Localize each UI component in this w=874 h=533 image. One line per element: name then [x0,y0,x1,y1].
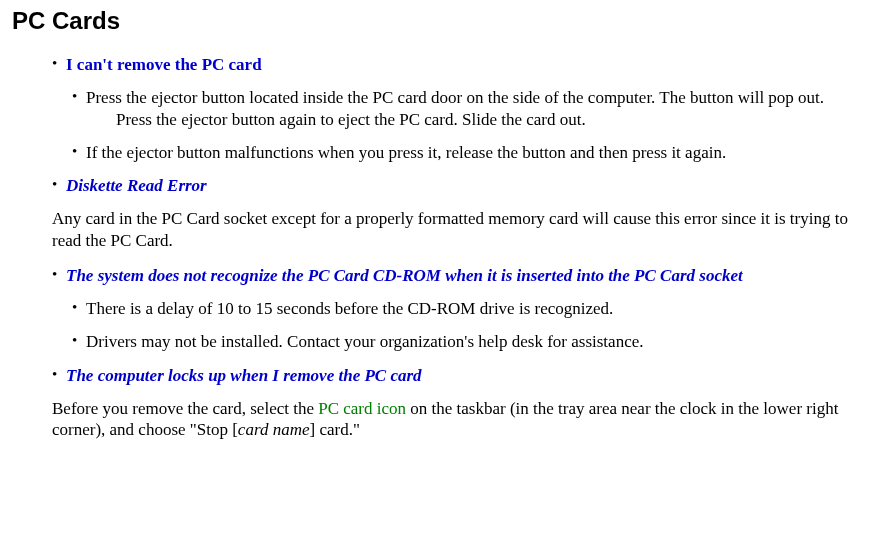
topic-row: • I can't remove the PC card [52,54,862,75]
sub-row: • Press the ejector button located insid… [72,87,862,130]
bullet-icon: • [52,175,66,195]
pc-card-icon-link[interactable]: PC card icon [318,399,406,418]
sub-text: Drivers may not be installed. Contact yo… [86,331,862,352]
topic-heading: I can't remove the PC card [66,54,862,75]
sub-text: Press the ejector button located inside … [86,87,862,130]
bullet-icon: • [72,298,86,318]
sub-row: • If the ejector button malfunctions whe… [72,142,862,163]
bullet-icon: • [52,365,66,385]
page-title: PC Cards [12,6,862,36]
topic-row: • The system does not recognize the PC C… [52,265,862,286]
topic-row: • Diskette Read Error [52,175,862,196]
text-segment: ] card." [309,420,359,439]
topic-heading: Diskette Read Error [66,175,862,196]
bullet-icon: • [72,142,86,162]
bullet-icon: • [52,54,66,74]
bullet-icon: • [52,265,66,285]
bullet-icon: • [72,87,86,107]
bullet-icon: • [72,331,86,351]
text-segment: Before you remove the card, select the [52,399,318,418]
sub-text: There is a delay of 10 to 15 seconds bef… [86,298,862,319]
sub-text: If the ejector button malfunctions when … [86,142,862,163]
topic-heading: The system does not recognize the PC Car… [66,265,862,286]
topic-row: • The computer locks up when I remove th… [52,365,862,386]
body-paragraph: Any card in the PC Card socket except fo… [52,208,862,251]
topic-heading: The computer locks up when I remove the … [66,365,862,386]
body-paragraph: Before you remove the card, select the P… [52,398,862,441]
sub-row: • There is a delay of 10 to 15 seconds b… [72,298,862,319]
sub-row: • Drivers may not be installed. Contact … [72,331,862,352]
placeholder-text: card name [238,420,310,439]
